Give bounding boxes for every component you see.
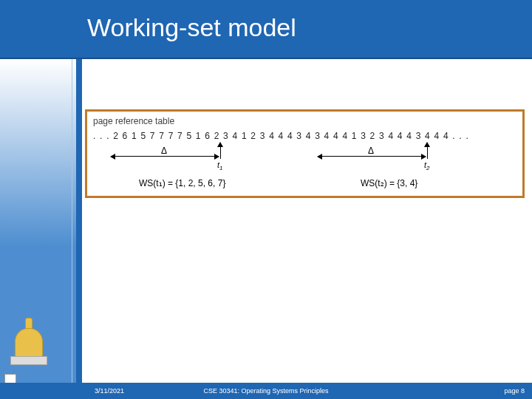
- figure-container: page reference table . . . 2 6 1 5 7 7 7…: [85, 109, 525, 198]
- footer-course: CSE 30341: Operating Systems Principles: [0, 387, 532, 395]
- t1-marker: [220, 143, 221, 159]
- logo-dome: [15, 328, 43, 359]
- page-reference-string: . . . 2 6 1 5 7 7 7 7 5 1 6 2 3 4 1 2 3 …: [93, 131, 519, 141]
- slide: Working-set model page reference table .…: [0, 0, 532, 399]
- university-logo: [6, 312, 50, 371]
- footer-page: page 8: [504, 387, 525, 395]
- delta-arrow-1: [111, 156, 219, 157]
- side-column: [76, 0, 82, 399]
- side-thin-line: [72, 59, 72, 399]
- logo-base: [10, 356, 47, 365]
- slide-title: Working-set model: [87, 13, 296, 42]
- t2-marker: [427, 143, 428, 159]
- figure-caption: page reference table: [93, 116, 174, 126]
- delta-arrow-2: [318, 156, 426, 157]
- title-bar-underline: [0, 58, 532, 59]
- ws-t1-value: WS(t₁) = {1, 2, 5, 6, 7}: [139, 178, 225, 188]
- footer-bar: 3/11/2021 CSE 30341: Operating Systems P…: [0, 383, 532, 399]
- delta-label-1: Δ: [161, 146, 167, 156]
- delta-label-2: Δ: [368, 146, 374, 156]
- ws-t2-value: WS(t₂) = {3, 4}: [361, 178, 417, 188]
- t1-label: t1: [217, 160, 223, 171]
- t2-label: t2: [424, 160, 430, 171]
